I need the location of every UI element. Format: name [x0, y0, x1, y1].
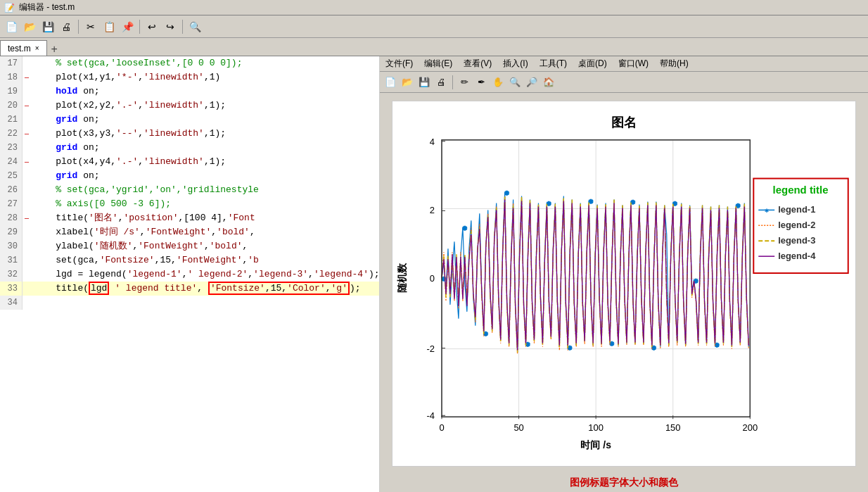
ytick-0: 0 — [430, 273, 435, 284]
ytick-n2: -2 — [427, 343, 435, 353]
line-number-32: 32 — [0, 267, 23, 282]
code-text-33: title(lgd ' legend title', 'Fontsize',15… — [31, 282, 379, 296]
tab-add-button[interactable]: + — [47, 43, 62, 56]
code-text-20: plot(x2,y2,'.-','linewidth',1); — [31, 99, 379, 113]
code-line-21: 21 grid on; — [0, 113, 379, 127]
tab-close-button[interactable]: × — [35, 44, 39, 52]
figure-toolbar: 📄 📂 💾 🖨 ✏ ✒ ✋ 🔍 🔎 🏠 — [380, 72, 868, 93]
xtick-150: 150 — [665, 422, 681, 433]
fig-menu-tools[interactable]: 工具(T) — [534, 56, 573, 71]
cut-button[interactable]: ✂ — [82, 18, 99, 35]
plot-title: 图名 — [611, 115, 637, 129]
breakpoint-27 — [23, 197, 31, 211]
fig-menu-file[interactable]: 文件(F) — [380, 56, 419, 71]
print-button[interactable]: 🖨 — [58, 18, 75, 35]
fig-save-btn[interactable]: 💾 — [416, 75, 432, 90]
fig-new-btn[interactable]: 📄 — [383, 75, 398, 90]
fig-hand-btn[interactable]: ✋ — [490, 75, 506, 90]
fig-edit-btn[interactable]: ✏ — [457, 75, 472, 90]
legend-3-label: legend-3 — [778, 235, 815, 246]
code-text-23: grid on; — [31, 141, 379, 155]
svg-text:✱: ✱ — [589, 198, 593, 206]
fig-menu-window[interactable]: 窗口(W) — [613, 56, 654, 71]
title-bar: 📝 编辑器 - test.m — [0, 0, 868, 15]
save-button[interactable]: 💾 — [39, 18, 56, 35]
figure-menubar: 文件(F) 编辑(E) 查看(V) 插入(I) 工具(T) 桌面(D) 窗口(W… — [380, 56, 868, 72]
fig-menu-help[interactable]: 帮助(H) — [654, 56, 694, 71]
line-number-31: 31 — [0, 253, 23, 267]
title-bar-text: 编辑器 - test.m — [19, 1, 75, 13]
breakpoint-33 — [23, 282, 31, 296]
xlabel: 时间 /s — [580, 439, 611, 450]
plot-container: 图名 4 2 0 -2 -4 — [380, 93, 868, 474]
toolbar-sep-2 — [139, 20, 140, 34]
fig-print-btn[interactable]: 🖨 — [433, 75, 449, 90]
fig-pencil-btn[interactable]: ✒ — [473, 75, 489, 90]
plot-svg: 图名 4 2 0 -2 -4 — [392, 101, 856, 467]
line-number-34: 34 — [0, 296, 23, 310]
code-line-34: 34 — [0, 296, 379, 310]
line-number-33: 33 — [0, 282, 23, 296]
ytick-4: 4 — [430, 136, 435, 146]
breakpoint-24: — — [23, 155, 31, 169]
svg-text:✱: ✱ — [568, 343, 572, 351]
code-text-31: set(gca,'Fontsize',15,'FontWeight','b — [31, 253, 379, 267]
code-line-30: 30 ylabel('随机数','FontWeight','bold', — [0, 239, 379, 253]
line-number-29: 29 — [0, 225, 23, 239]
main-content: 17 % set(gca,'looseInset',[0 0 0 0]); 18… — [0, 56, 868, 492]
code-text-24: plot(x4,y4,'.-','linewidth',1); — [31, 155, 379, 169]
code-text-28: title('图名','position',[100 4],'Font — [31, 211, 379, 225]
xtick-200: 200 — [743, 422, 758, 433]
breakpoint-28: — — [23, 211, 31, 225]
code-text-26: % set(gca,'ygrid','on','gridlinestyle — [31, 183, 379, 197]
redo-button[interactable]: ↪ — [162, 18, 179, 35]
breakpoint-23 — [23, 141, 31, 155]
toolbar-sep-1 — [78, 20, 79, 34]
code-line-22: 22 — plot(x3,y3,'--','linewidth',1); — [0, 127, 379, 141]
code-line-33: 33 title(lgd ' legend title', 'Fontsize'… — [0, 282, 379, 296]
find-button[interactable]: 🔍 — [186, 18, 203, 35]
fig-menu-desktop[interactable]: 桌面(D) — [573, 56, 613, 71]
legend-2-label: legend-2 — [778, 220, 815, 230]
breakpoint-22: — — [23, 127, 31, 141]
code-text-34 — [31, 296, 379, 310]
svg-text:✱: ✱ — [526, 340, 530, 348]
fig-open-btn[interactable]: 📂 — [400, 75, 415, 90]
fig-zoomout-btn[interactable]: 🔎 — [524, 75, 540, 90]
xtick-100: 100 — [588, 422, 604, 433]
copy-button[interactable]: 📋 — [101, 18, 117, 35]
svg-text:✱: ✱ — [463, 225, 467, 232]
line-number-26: 26 — [0, 183, 23, 197]
line-number-23: 23 — [0, 141, 23, 155]
fig-menu-view[interactable]: 查看(V) — [458, 56, 497, 71]
ytick-2: 2 — [430, 205, 435, 215]
code-text-32: lgd = legend('legend-1',' legend-2','leg… — [31, 267, 380, 282]
tab-test-m[interactable]: test.m × — [0, 40, 47, 56]
line-number-18: 18 — [0, 70, 23, 84]
fig-menu-insert[interactable]: 插入(I) — [497, 56, 533, 71]
breakpoint-25 — [23, 169, 31, 183]
breakpoint-32 — [23, 267, 31, 282]
code-line-27: 27 % axis([0 500 -3 6]); — [0, 197, 379, 211]
fig-menu-edit[interactable]: 编辑(E) — [419, 56, 458, 71]
line-number-17: 17 — [0, 56, 23, 70]
fig-zoomin-btn[interactable]: 🔍 — [507, 75, 523, 90]
fig-toolbar-sep-1 — [452, 75, 453, 89]
breakpoint-20: — — [23, 99, 31, 113]
title-bar-icon: 📝 — [4, 3, 15, 13]
code-line-17: 17 % set(gca,'looseInset',[0 0 0 0]); — [0, 56, 379, 70]
code-line-26: 26 % set(gca,'ygrid','on','gridlinestyle — [0, 183, 379, 197]
fig-home-btn[interactable]: 🏠 — [541, 75, 556, 90]
code-text-21: grid on; — [31, 113, 379, 127]
new-button[interactable]: 📄 — [3, 18, 20, 35]
open-button[interactable]: 📂 — [21, 18, 38, 35]
svg-text:✱: ✱ — [673, 200, 677, 208]
breakpoint-34 — [23, 296, 31, 310]
code-editor[interactable]: 17 % set(gca,'looseInset',[0 0 0 0]); 18… — [0, 56, 380, 492]
line-number-22: 22 — [0, 127, 23, 141]
main-toolbar: 📄 📂 💾 🖨 ✂ 📋 📌 ↩ ↪ 🔍 — [0, 15, 868, 38]
undo-button[interactable]: ↩ — [143, 18, 160, 35]
breakpoint-21 — [23, 113, 31, 127]
code-line-25: 25 grid on; — [0, 169, 379, 183]
paste-button[interactable]: 📌 — [119, 18, 136, 35]
